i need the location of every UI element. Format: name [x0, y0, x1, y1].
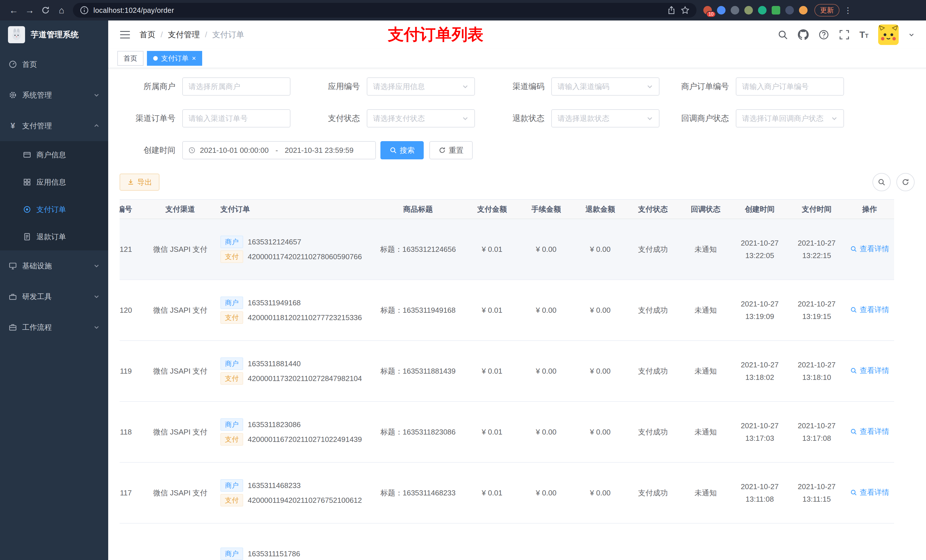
sidebar-item-home[interactable]: 首页 — [0, 49, 108, 80]
channel-order-no-filter[interactable] — [182, 109, 291, 127]
extension-olive[interactable] — [744, 6, 753, 15]
merchant-filter[interactable] — [182, 77, 291, 96]
refresh-table-button[interactable] — [896, 173, 915, 191]
sidebar-item-payment[interactable]: ¥ 支付管理 — [0, 110, 108, 141]
font-size-icon[interactable]: TT — [859, 30, 869, 39]
pay-status-filter[interactable] — [367, 109, 475, 127]
tags-view-bar: 首页 支付订单 × — [108, 49, 926, 68]
cell-amount — [466, 523, 517, 560]
cell-status: 支付成功 — [626, 462, 680, 523]
app-logo[interactable]: 芋道管理系统 — [0, 21, 108, 49]
close-icon[interactable]: × — [192, 55, 196, 62]
sidebar-item-devtools[interactable]: 研发工具 — [0, 281, 108, 312]
toggle-search-button[interactable] — [873, 173, 891, 191]
cell-pay-time: 2021-10-2713:22:15 — [788, 219, 845, 280]
extension-gray[interactable] — [731, 6, 739, 15]
view-detail-link[interactable]: 查看详情 — [850, 488, 889, 497]
merchant-order-no: 1635311823086 — [248, 420, 301, 429]
extension-badge: 10 — [706, 11, 716, 17]
refund-status-filter-input[interactable] — [558, 114, 643, 123]
col-channel: 支付渠道 — [145, 199, 216, 219]
channel-code-filter[interactable] — [551, 77, 660, 96]
filter-label: 渠道编码 — [489, 81, 551, 92]
cell-fee: ¥ 0.00 — [517, 341, 575, 402]
merchant-tag: 商户 — [220, 235, 243, 248]
extension-green[interactable] — [772, 6, 780, 15]
merchant-filter-input[interactable] — [189, 82, 284, 91]
merchant-order-no-filter-input[interactable] — [742, 82, 838, 91]
create-time-range[interactable]: 2021-10-01 00:00:00 - 2021-10-31 23:59:5… — [182, 141, 376, 159]
url-text[interactable]: localhost:1024/pay/order — [94, 6, 174, 15]
view-detail-link[interactable]: 查看详情 — [850, 305, 889, 315]
channel-code-filter-input[interactable] — [558, 82, 643, 91]
chevron-down-icon — [94, 324, 100, 331]
app-no-filter[interactable] — [367, 77, 475, 96]
notify-status-filter[interactable] — [736, 109, 844, 127]
fullscreen-icon[interactable] — [839, 29, 850, 40]
breadcrumb-pay[interactable]: 支付管理 — [168, 29, 200, 40]
merchant-order-no-filter[interactable] — [736, 77, 844, 96]
share-icon[interactable] — [667, 6, 676, 15]
address-bar[interactable]: localhost:1024/pay/order — [73, 3, 696, 18]
cell-notify: 未通知 — [680, 341, 731, 402]
sidebar-item-pay-order[interactable]: 支付订单 — [0, 196, 108, 223]
info-icon[interactable] — [80, 6, 89, 15]
sidebar-item-workflow[interactable]: 工作流程 — [0, 312, 108, 343]
refresh-icon[interactable] — [38, 2, 53, 18]
view-detail-link[interactable]: 查看详情 — [850, 366, 889, 376]
cell-create-time: 2021-10-2713:22:05 — [731, 219, 788, 280]
extension-face[interactable] — [799, 6, 808, 15]
search-button[interactable]: 搜索 — [380, 141, 424, 159]
home-icon[interactable]: ⌂ — [53, 2, 70, 18]
star-icon[interactable] — [681, 6, 690, 15]
date-end[interactable]: 2021-10-31 23:59:59 — [285, 146, 353, 155]
menu-fold-icon[interactable] — [120, 30, 130, 39]
chevron-down-icon — [831, 115, 838, 122]
page-content: 所属商户 应用编号 渠道编码 — [108, 68, 926, 560]
tab-pay-order[interactable]: 支付订单 × — [147, 51, 202, 66]
cell-pay-time: 2021-10-2713:11:15 — [788, 462, 845, 523]
forward-icon[interactable]: → — [22, 2, 38, 18]
browser-update-button[interactable]: 更新 — [814, 4, 840, 17]
extension-red[interactable]: 10 — [703, 6, 712, 15]
cell-channel: 微信 JSAPI 支付 — [145, 219, 216, 280]
github-icon[interactable] — [798, 29, 809, 40]
cell-id — [120, 523, 145, 560]
sidebar-item-system[interactable]: 系统管理 — [0, 80, 108, 110]
pay-status-filter-input[interactable] — [373, 114, 458, 123]
chevron-down-icon[interactable] — [908, 32, 915, 38]
reset-button[interactable]: 重置 — [430, 141, 473, 159]
sidebar-item-infra[interactable]: 基础设施 — [0, 251, 108, 281]
back-icon[interactable]: ← — [6, 2, 22, 18]
refund-status-filter[interactable] — [551, 109, 660, 127]
search-icon[interactable] — [777, 29, 788, 40]
channel-order-no-filter-input[interactable] — [189, 114, 284, 123]
cell-fee: ¥ 0.00 — [517, 280, 575, 341]
date-start[interactable]: 2021-10-01 00:00:00 — [200, 146, 268, 155]
extensions-area: 10 — [703, 6, 808, 15]
cell-fee — [517, 523, 575, 560]
tab-home[interactable]: 首页 — [117, 51, 144, 66]
browser-menu-icon[interactable]: ⋮ — [844, 6, 853, 15]
extension-teal[interactable] — [758, 6, 767, 15]
sidebar-item-app-info[interactable]: 应用信息 — [0, 169, 108, 196]
app-no-filter-input[interactable] — [373, 82, 458, 91]
view-detail-link[interactable]: 查看详情 — [850, 427, 889, 436]
cell-notify — [680, 523, 731, 560]
export-button[interactable]: 导出 — [120, 174, 159, 191]
breadcrumb-home[interactable]: 首页 — [139, 29, 156, 40]
extension-blue[interactable] — [717, 6, 726, 15]
extension-dark[interactable] — [785, 6, 794, 15]
avatar[interactable] — [878, 24, 899, 45]
view-detail-link[interactable]: 查看详情 — [850, 244, 889, 254]
search-icon — [878, 178, 885, 186]
notify-status-filter-input[interactable] — [742, 114, 828, 123]
merchant-order-no: 1635312124657 — [248, 238, 301, 246]
help-icon[interactable] — [819, 29, 829, 40]
pay-order-no: 4200001181202110277723215336 — [248, 313, 362, 322]
cell-amount: ¥ 0.01 — [466, 280, 517, 341]
sidebar-item-refund-order[interactable]: 退款订单 — [0, 223, 108, 251]
cell-id: 120 — [120, 280, 145, 341]
sidebar-item-merchant-info[interactable]: 商户信息 — [0, 141, 108, 169]
briefcase-icon — [9, 323, 17, 332]
